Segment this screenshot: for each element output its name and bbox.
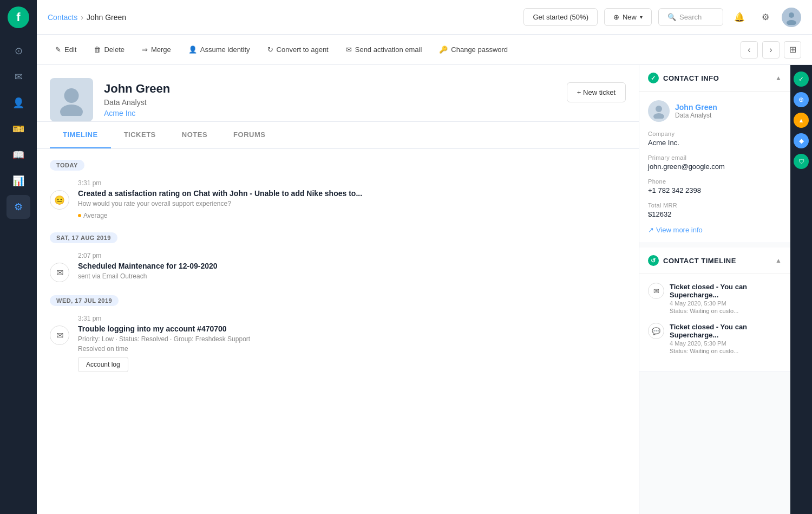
contact-info-title: ✓ CONTACT INFO xyxy=(648,73,719,83)
integrations-icon[interactable]: ⚙ xyxy=(756,8,775,27)
timeline-title[interactable]: Created a satisfaction rating on Chat wi… xyxy=(78,189,626,198)
sidebar-item-tickets[interactable]: 🎫 xyxy=(6,117,30,141)
new-button[interactable]: ⊕ New ▾ xyxy=(604,8,652,26)
merge-button[interactable]: ⇒ Merge xyxy=(134,41,179,58)
contact-info-header[interactable]: ✓ CONTACT INFO ▲ xyxy=(639,65,790,92)
satisfaction-icon: 😐 xyxy=(50,190,69,210)
contact-name: John Green xyxy=(104,82,170,96)
mrr-field: Total MRR $12632 xyxy=(648,202,782,218)
delete-button[interactable]: 🗑 Delete xyxy=(86,41,132,58)
edit-button[interactable]: ✎ Edit xyxy=(48,41,84,58)
search-button[interactable]: 🔍 Search xyxy=(658,8,723,26)
mrr-value: $12632 xyxy=(648,210,782,218)
sidebar-item-contacts[interactable]: 👤 xyxy=(6,91,30,115)
contact-timeline-header[interactable]: ↺ CONTACT TIMELINE ▲ xyxy=(639,248,790,274)
tl-date-1: 4 May 2020, 5:30 PM xyxy=(670,300,782,307)
grid-view-button[interactable]: ⊞ xyxy=(784,41,801,58)
action-bar-right: ‹ › ⊞ xyxy=(741,41,801,58)
contact-timeline-body: ✉ Ticket closed - You can Supercharge...… xyxy=(639,274,790,372)
send-activation-icon: ✉ xyxy=(346,45,352,54)
assume-identity-label: Assume identity xyxy=(200,45,250,54)
tab-forums[interactable]: FORUMS xyxy=(220,122,278,148)
account-log-button[interactable]: Account log xyxy=(78,357,128,372)
sidebar-item-email[interactable]: ✉ xyxy=(6,65,30,89)
knowledge-icon: 📖 xyxy=(12,149,24,161)
tl-body-small-2: Ticket closed - You can Supercharge... 4… xyxy=(670,323,782,354)
primary-email-value: john.green@google.com xyxy=(648,162,782,171)
sidebar-item-settings[interactable]: ⚙ xyxy=(6,195,30,219)
notifications-icon[interactable]: 🔔 xyxy=(730,8,749,27)
convert-label: Convert to agent xyxy=(277,45,329,54)
tl-title-2[interactable]: Ticket closed - You can Supercharge... xyxy=(670,323,782,339)
breadcrumb-parent[interactable]: Contacts xyxy=(48,13,77,22)
send-activation-button[interactable]: ✉ Send activation email xyxy=(338,41,430,58)
right-icon-3[interactable]: ▲ xyxy=(794,113,809,128)
tl-status-2: Status: Waiting on custo... xyxy=(670,348,782,354)
contact-info-card-name[interactable]: John Green xyxy=(675,103,717,112)
tl-title-1[interactable]: Ticket closed - You can Supercharge... xyxy=(670,283,782,299)
date-label-aug: SAT, 17 AUG 2019 xyxy=(50,232,117,243)
change-password-button[interactable]: 🔑 Change password xyxy=(431,41,515,58)
email-timeline-icon: ✉ xyxy=(50,263,69,282)
contact-company[interactable]: Acme Inc xyxy=(104,109,170,118)
timeline-group-today: TODAY 😐 3:31 pm Created a satisfaction r… xyxy=(50,160,626,219)
settings-icon: ⚙ xyxy=(14,201,23,213)
contact-header: John Green Data Analyst Acme Inc + New t… xyxy=(37,65,639,122)
tab-timeline[interactable]: TIMELINE xyxy=(50,122,111,148)
right-icon-1[interactable]: ✓ xyxy=(794,71,809,87)
tickets-icon: 🎫 xyxy=(12,123,24,135)
timeline-entry: 😐 3:31 pm Created a satisfaction rating … xyxy=(50,179,626,219)
timeline-sub-jul: Priority: Low · Status: Resolved · Group… xyxy=(78,335,626,343)
timeline-group-aug: SAT, 17 AUG 2019 ✉ 2:07 pm Scheduled Mai… xyxy=(50,232,626,282)
tab-tickets[interactable]: TICKETS xyxy=(111,122,169,148)
timeline-title-jul[interactable]: Trouble logging into my account #470700 xyxy=(78,324,626,333)
timeline-sub: How would you rate your overall support … xyxy=(78,200,626,207)
mrr-label: Total MRR xyxy=(648,202,782,209)
logo-letter: f xyxy=(16,10,20,24)
timeline-title-aug[interactable]: Scheduled Maintenance for 12-09-2020 xyxy=(78,262,626,270)
send-activation-label: Send activation email xyxy=(355,45,422,54)
svg-point-3 xyxy=(60,105,83,116)
contact-header-left: John Green Data Analyst Acme Inc xyxy=(50,78,170,121)
tl-date-2: 4 May 2020, 5:30 PM xyxy=(670,340,782,347)
search-label: Search xyxy=(679,13,702,21)
user-avatar[interactable] xyxy=(782,8,801,27)
breadcrumb: Contacts › John Green xyxy=(48,13,126,22)
assume-identity-button[interactable]: 👤 Assume identity xyxy=(181,41,258,58)
phone-label: Phone xyxy=(648,178,782,185)
view-more-label: View more info xyxy=(656,226,703,234)
right-icon-2[interactable]: ⊕ xyxy=(794,92,809,107)
contact-timeline-section: ↺ CONTACT TIMELINE ▲ ✉ Ticket closed - Y… xyxy=(639,248,790,372)
timeline-content: TODAY 😐 3:31 pm Created a satisfaction r… xyxy=(37,149,639,396)
new-ticket-button[interactable]: + New ticket xyxy=(567,82,626,102)
email-icon: ✉ xyxy=(15,71,23,83)
next-arrow[interactable]: › xyxy=(762,41,780,58)
timeline-body-aug: 2:07 pm Scheduled Maintenance for 12-09-… xyxy=(78,252,626,282)
contact-info-avatar xyxy=(648,100,670,122)
timeline-body-jul: 3:31 pm Trouble logging into my account … xyxy=(78,315,626,372)
timeline-time-jul: 3:31 pm xyxy=(78,315,626,322)
contact-info-card: John Green Data Analyst xyxy=(648,100,782,122)
change-password-icon: 🔑 xyxy=(439,45,448,54)
new-icon: ⊕ xyxy=(613,13,619,21)
new-caret-icon: ▾ xyxy=(640,14,643,20)
convert-to-agent-button[interactable]: ↻ Convert to agent xyxy=(260,41,336,58)
tab-notes[interactable]: NOTES xyxy=(169,122,220,148)
app-logo[interactable]: f xyxy=(8,6,29,28)
get-started-button[interactable]: Get started (50%) xyxy=(523,8,598,26)
timeline-entry-jul: ✉ 3:31 pm Trouble logging into my accoun… xyxy=(50,315,626,372)
right-icon-4[interactable]: ◆ xyxy=(794,133,809,148)
sidebar-item-home[interactable]: ⊙ xyxy=(6,39,30,63)
external-link-icon: ↗ xyxy=(648,226,654,234)
prev-arrow[interactable]: ‹ xyxy=(741,41,758,58)
right-icon-5[interactable]: 🛡 xyxy=(794,154,809,169)
view-more-link[interactable]: ↗ View more info xyxy=(648,226,782,234)
timeline-entry-aug: ✉ 2:07 pm Scheduled Maintenance for 12-0… xyxy=(50,252,626,282)
tl-body-small-1: Ticket closed - You can Supercharge... 4… xyxy=(670,283,782,314)
sidebar-item-knowledge[interactable]: 📖 xyxy=(6,143,30,167)
contact-info-text: John Green Data Analyst Acme Inc xyxy=(104,82,170,118)
svg-point-1 xyxy=(787,20,796,25)
assume-identity-icon: 👤 xyxy=(188,45,197,54)
topbar: Contacts › John Green Get started (50%) … xyxy=(37,0,812,35)
sidebar-item-reports[interactable]: 📊 xyxy=(6,169,30,193)
